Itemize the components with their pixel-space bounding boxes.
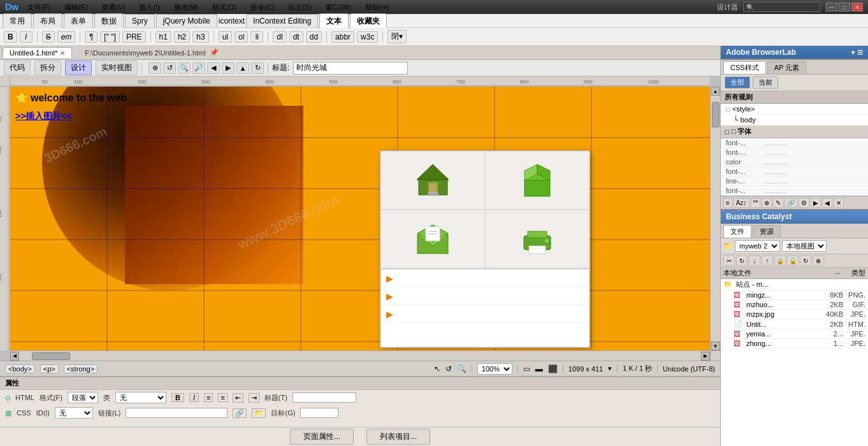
tag-p[interactable]: <p>: [40, 364, 59, 373]
view-select[interactable]: 本地视图: [782, 240, 827, 252]
link-browse-icon[interactable]: 🔗: [233, 408, 247, 418]
css-tool-6[interactable]: 🔗: [785, 198, 797, 208]
file-tool-5[interactable]: 🔒: [774, 255, 786, 266]
css-prop-font-1[interactable]: font-... ............: [721, 138, 868, 148]
menu-command[interactable]: 命令(C): [245, 1, 279, 13]
pre-button[interactable]: PRE: [122, 31, 146, 43]
insert-img-container[interactable]: >>插入图片<<: [15, 111, 72, 122]
chars-button[interactable]: 閉▾: [387, 30, 407, 43]
css-tool-1[interactable]: ≡: [723, 198, 732, 208]
link-input[interactable]: [126, 408, 228, 418]
canvas-area[interactable]: 3D666.com www.3D666.com 3D666.com ⭐ welc…: [10, 87, 710, 350]
strike-button[interactable]: S: [42, 31, 55, 43]
file-tool-7[interactable]: ↻: [800, 255, 811, 266]
em-button[interactable]: em: [57, 31, 76, 43]
bold-props-button[interactable]: B: [171, 393, 184, 402]
indent-icon-2[interactable]: ⇥: [249, 393, 259, 403]
site-select[interactable]: myweb 2: [735, 240, 780, 252]
all-button[interactable]: 全部: [725, 76, 750, 89]
abbr-button[interactable]: abbr: [331, 31, 354, 43]
panel-menu-icon[interactable]: ☰: [857, 49, 863, 56]
css-prop-font-2[interactable]: font-... ............: [721, 148, 868, 157]
css-rule-style[interactable]: □ <style>: [721, 104, 868, 115]
h3-button[interactable]: h3: [192, 31, 208, 43]
ap-element-tab[interactable]: AP 元素: [767, 61, 807, 74]
list-icon-2[interactable]: ≡: [218, 393, 227, 402]
insert-img-text[interactable]: >>插入图片<<: [15, 111, 72, 121]
widget-cell-2[interactable]: [485, 151, 590, 210]
target-input[interactable]: [300, 408, 338, 418]
bold-button[interactable]: B: [4, 31, 17, 43]
tab-jquery[interactable]: jQuery Mobile: [156, 14, 217, 27]
widget-cell-3[interactable]: [380, 210, 485, 268]
file-tool-8[interactable]: ⊕: [813, 255, 824, 266]
file-item-2[interactable]: 🖼 mzhuo... 2KB GIF.: [721, 300, 868, 310]
file-tool-6[interactable]: 🔓: [787, 255, 799, 266]
live-view-button[interactable]: 实时视图: [96, 61, 138, 75]
link-folder-icon[interactable]: 📁: [252, 408, 266, 418]
zoom-select[interactable]: 100%: [477, 363, 512, 375]
file-item-1[interactable]: 🖼 mingz... 8KB PNG.: [721, 291, 868, 300]
css-prop-font-4[interactable]: font-... ............: [721, 186, 868, 196]
tag-strong[interactable]: <strong>: [64, 364, 98, 373]
css-style-tab[interactable]: CSS样式: [723, 61, 766, 74]
scroll-up-button[interactable]: ▲: [711, 87, 720, 96]
css-tool-5[interactable]: ✎: [773, 198, 783, 208]
tool-nav-right[interactable]: ▶: [222, 62, 235, 74]
ol-button[interactable]: ol: [235, 31, 248, 43]
css-prop-font-3[interactable]: font-... ............: [721, 167, 868, 176]
tab-text[interactable]: 文本: [319, 13, 349, 29]
vertical-scrollbar[interactable]: ▲ ▼: [710, 87, 720, 350]
file-tab[interactable]: 文件: [723, 225, 751, 238]
file-tool-1[interactable]: ✂: [723, 255, 735, 266]
split-view-button[interactable]: 拆分: [34, 61, 61, 75]
file-item-6[interactable]: 🖼 zhong... 1... JPE.: [721, 339, 868, 349]
file-tool-2[interactable]: ↻: [736, 255, 748, 266]
h1-button[interactable]: h1: [156, 31, 171, 43]
menu-edit[interactable]: 编辑(E): [59, 1, 93, 13]
li-button[interactable]: li: [250, 31, 263, 43]
css-tool-10[interactable]: ✕: [834, 198, 844, 208]
menu-site[interactable]: 站点(S): [283, 1, 317, 13]
widget-cell-1[interactable]: [380, 151, 485, 210]
quote-button[interactable]: [" "]: [100, 31, 120, 43]
page-title-input[interactable]: [293, 62, 408, 75]
menu-modify[interactable]: 修改(M): [169, 1, 204, 13]
resource-tab[interactable]: 资源: [753, 225, 781, 238]
css-tool-9[interactable]: ◀: [822, 198, 832, 208]
css-tool-2[interactable]: Az↕: [734, 198, 749, 208]
css-tool-4[interactable]: ⊕: [762, 198, 772, 208]
id-select[interactable]: 无: [55, 407, 93, 419]
menu-view[interactable]: 查看(V): [97, 1, 131, 13]
title-input-props[interactable]: [293, 392, 356, 403]
italic-button[interactable]: I: [20, 31, 33, 43]
design-view-button[interactable]: 设计: [65, 61, 92, 75]
italic-props-button[interactable]: I: [189, 393, 199, 402]
css-prop-line[interactable]: line-... ............: [721, 176, 868, 186]
tab-form[interactable]: 表单: [64, 13, 93, 29]
w3c-button[interactable]: w3c: [357, 31, 378, 43]
menu-file[interactable]: 文件(F): [22, 1, 55, 13]
tool-nav-up[interactable]: ▲: [236, 62, 249, 74]
h2-button[interactable]: h2: [174, 31, 190, 43]
tool-zoom-in[interactable]: 🔎: [192, 62, 205, 74]
close-button[interactable]: ✕: [851, 3, 863, 11]
scroll-down-button[interactable]: ▼: [711, 342, 720, 350]
format-select[interactable]: 段落: [68, 392, 98, 403]
doc-close-button[interactable]: ✕: [60, 50, 65, 57]
class-select[interactable]: 无: [115, 392, 166, 403]
menu-format[interactable]: 格式(O): [207, 1, 242, 13]
menu-insert[interactable]: 插入(I): [134, 1, 164, 13]
tool-nav-down[interactable]: ↻: [251, 62, 264, 74]
doc-tab-untitled[interactable]: Untitled-1.html* ✕: [3, 47, 72, 58]
dt-button[interactable]: dt: [289, 31, 303, 43]
tool-nav-left[interactable]: ◀: [207, 62, 220, 74]
panel-collapse-icon[interactable]: ▾: [851, 49, 855, 56]
tab-data[interactable]: 数据: [94, 13, 124, 29]
scroll-thumb-h[interactable]: [32, 352, 70, 360]
horizontal-scrollbar[interactable]: ◀ ▶: [10, 350, 710, 361]
file-item-5[interactable]: 🖼 yemia... 2... JPE.: [721, 329, 868, 339]
css-rule-body[interactable]: └ body: [721, 115, 868, 126]
dd-button[interactable]: dd: [306, 31, 322, 43]
tool-copy[interactable]: ⊕: [148, 62, 161, 74]
